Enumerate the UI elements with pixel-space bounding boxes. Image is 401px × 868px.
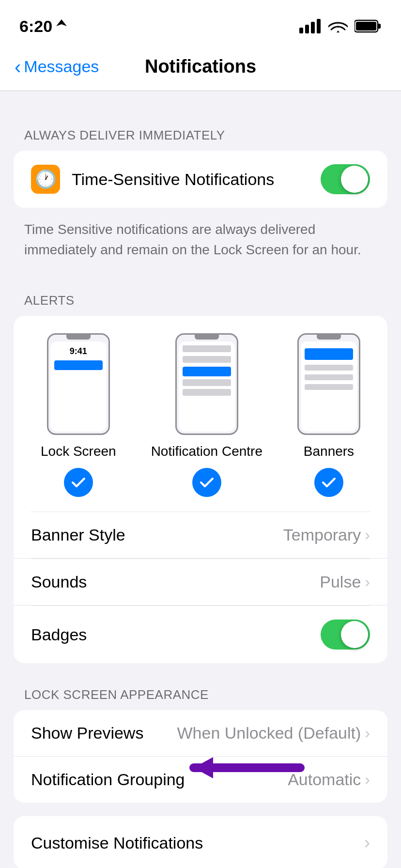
battery-icon xyxy=(355,19,382,33)
nc-line-2 xyxy=(183,356,231,363)
time-display: 6:20 xyxy=(19,17,52,36)
toggle-knob xyxy=(341,166,368,193)
svg-rect-2 xyxy=(311,22,315,33)
lock-screen-mockup: 9:41 xyxy=(47,333,110,435)
show-previews-label: Show Previews xyxy=(31,724,143,743)
banners-mockup xyxy=(297,333,360,435)
lock-screen-content: 9:41 xyxy=(50,341,107,432)
sounds-value: Pulse › xyxy=(320,573,370,591)
nc-content xyxy=(179,341,235,432)
notification-centre-label: Notification Centre xyxy=(151,444,262,459)
svg-rect-6 xyxy=(356,22,376,31)
alerts-header: ALERTS xyxy=(0,277,401,316)
customise-notifications-label: Customise Notifications xyxy=(31,834,203,852)
settings-content: ALWAYS DELIVER IMMEDIATELY 🕐 Time-Sensit… xyxy=(0,91,401,868)
banner-line-3 xyxy=(305,384,353,390)
status-time: 6:20 xyxy=(19,17,67,36)
notification-grouping-value: Automatic › xyxy=(288,770,370,789)
customise-notifications-card: Customise Notifications › xyxy=(14,816,387,868)
notification-grouping-label: Notification Grouping xyxy=(31,770,185,789)
location-icon xyxy=(56,19,67,33)
banner-style-row[interactable]: Banner Style Temporary › xyxy=(14,512,387,558)
status-bar: 6:20 xyxy=(0,0,401,43)
lock-screen-appearance-card: Show Previews When Unlocked (Default) › … xyxy=(14,710,387,803)
phone-notch-nc xyxy=(195,335,219,340)
customise-notifications-row[interactable]: Customise Notifications › xyxy=(14,816,387,868)
alerts-card: 9:41 Lock Screen xyxy=(14,316,387,663)
nc-line-1 xyxy=(183,345,231,352)
customise-notifications-chevron: › xyxy=(364,833,370,853)
time-sensitive-row[interactable]: 🕐 Time-Sensitive Notifications xyxy=(14,151,387,208)
time-sensitive-label: Time-Sensitive Notifications xyxy=(72,170,274,189)
banner-bar xyxy=(305,348,353,360)
signal-icon xyxy=(299,19,322,33)
lock-screen-appearance-header: LOCK SCREEN APPEARANCE xyxy=(0,687,401,710)
nc-line-4 xyxy=(183,389,231,396)
show-previews-row[interactable]: Show Previews When Unlocked (Default) › xyxy=(14,710,387,757)
back-label: Messages xyxy=(24,57,99,76)
badges-row[interactable]: Badges xyxy=(14,606,387,663)
banner-style-label: Banner Style xyxy=(31,526,125,544)
page-title: Notifications xyxy=(145,56,256,77)
notification-centre-mockup xyxy=(175,333,238,435)
show-previews-value: When Unlocked (Default) › xyxy=(177,724,370,743)
banner-style-chevron: › xyxy=(365,526,370,544)
notification-grouping-row[interactable]: Notification Grouping Automatic › xyxy=(14,757,387,803)
banner-lines xyxy=(301,365,357,390)
banners-label: Banners xyxy=(304,444,354,459)
wifi-icon xyxy=(328,19,348,33)
always-deliver-header: ALWAYS DELIVER IMMEDIATELY xyxy=(0,110,401,151)
time-sensitive-toggle[interactable] xyxy=(321,164,370,194)
sounds-row[interactable]: Sounds Pulse › xyxy=(14,559,387,605)
svg-rect-1 xyxy=(305,25,309,33)
banners-content xyxy=(301,341,357,432)
lock-screen-appearance-section: LOCK SCREEN APPEARANCE Show Previews Whe… xyxy=(0,687,401,803)
badges-toggle[interactable] xyxy=(321,620,370,650)
nc-line-blue xyxy=(183,367,231,376)
alert-options: 9:41 Lock Screen xyxy=(14,333,387,512)
time-sensitive-description: Time Sensitive notifications are always … xyxy=(0,213,401,277)
time-sensitive-left: 🕐 Time-Sensitive Notifications xyxy=(31,165,274,194)
banners-check xyxy=(314,468,343,497)
status-icons xyxy=(299,19,382,33)
svg-rect-3 xyxy=(317,19,321,33)
nc-line-3 xyxy=(183,379,231,386)
notification-centre-option[interactable]: Notification Centre xyxy=(151,333,262,497)
badges-toggle-knob xyxy=(341,621,368,648)
time-sensitive-card: 🕐 Time-Sensitive Notifications xyxy=(14,151,387,208)
badges-label: Badges xyxy=(31,625,87,644)
sounds-label: Sounds xyxy=(31,573,87,591)
lock-notification-bar xyxy=(54,360,103,370)
time-sensitive-icon: 🕐 xyxy=(31,165,60,194)
notification-grouping-chevron: › xyxy=(365,771,370,789)
show-previews-chevron: › xyxy=(365,724,370,742)
lock-screen-time: 9:41 xyxy=(50,341,107,356)
lock-screen-check xyxy=(64,468,93,497)
svg-rect-5 xyxy=(378,24,381,29)
phone-notch-banners xyxy=(317,335,341,340)
svg-rect-0 xyxy=(299,28,303,33)
banners-option[interactable]: Banners xyxy=(297,333,360,497)
banner-line-2 xyxy=(305,374,353,380)
lock-screen-label: Lock Screen xyxy=(41,444,116,459)
notification-centre-check xyxy=(192,468,221,497)
back-button[interactable]: ‹ Messages xyxy=(15,57,99,77)
lock-screen-option[interactable]: 9:41 Lock Screen xyxy=(41,333,116,497)
back-chevron-icon: ‹ xyxy=(15,57,21,77)
banner-line-1 xyxy=(305,365,353,371)
banner-style-value: Temporary › xyxy=(283,526,370,544)
phone-notch xyxy=(66,335,91,340)
sounds-chevron: › xyxy=(365,573,370,591)
nav-bar: ‹ Messages Notifications xyxy=(0,43,401,91)
